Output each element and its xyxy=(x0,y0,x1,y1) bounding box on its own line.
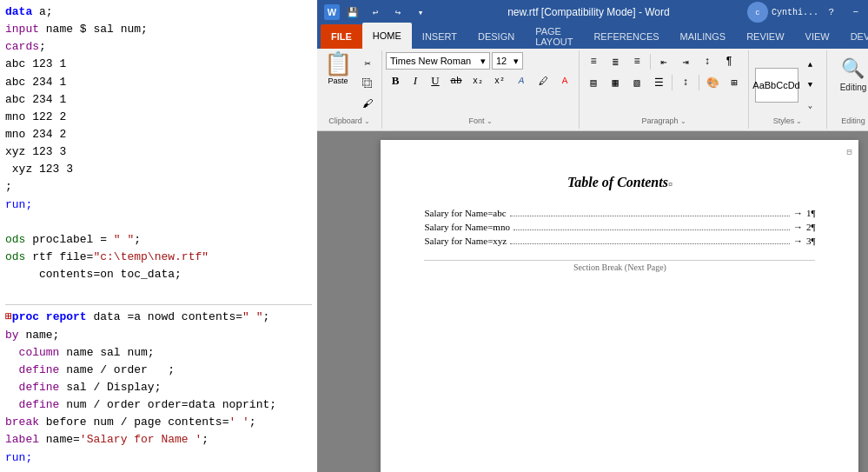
increase-indent-button[interactable]: ⇥ xyxy=(675,52,696,71)
code-line: ; xyxy=(5,178,312,196)
code-line: contents=on toc_data; xyxy=(5,266,312,283)
code-line: data a; xyxy=(5,3,312,21)
clipboard-label: Clipboard ⌄ xyxy=(328,115,370,127)
clipboard-expand-icon[interactable]: ⌄ xyxy=(364,117,370,125)
shading-button[interactable]: 🎨 xyxy=(702,73,723,92)
italic-button[interactable]: I xyxy=(406,72,425,90)
redo-quick-btn[interactable]: ↪ xyxy=(388,4,407,20)
toc-entry-2: Salary for Name=mno → 2¶ xyxy=(424,222,815,232)
styles-scroll-down[interactable]: ▼ xyxy=(800,76,821,95)
code-line: run; xyxy=(5,449,312,467)
numbering-button[interactable]: ≣ xyxy=(605,52,626,71)
word-page: ⊟ Table of Contents¤ Salary for Name=abc… xyxy=(381,140,858,472)
styles-label: Styles ⌄ xyxy=(773,115,803,127)
code-line: break before num / page contents=' '; xyxy=(5,414,312,431)
tab-view[interactable]: VIEW xyxy=(795,24,840,49)
styles-scroll-up[interactable]: ▲ xyxy=(800,56,821,75)
paragraph-group: ≡ ≣ ≡ ⇤ ⇥ ↕ ¶ ▤ ▦ ▧ ☰ xyxy=(580,50,749,129)
sas-code-editor[interactable]: data a; input name $ sal num; cards; abc… xyxy=(0,0,317,472)
tab-mailings[interactable]: MAILINGS xyxy=(670,24,737,49)
paste-label: Paste xyxy=(328,76,348,85)
user-avatar[interactable]: C xyxy=(747,2,768,23)
font-name-dropdown[interactable]: Times New Roman ▾ xyxy=(386,52,490,70)
subscript-button[interactable]: x₂ xyxy=(467,71,488,90)
code-line: mno 122 2 xyxy=(5,109,312,126)
align-right-button[interactable]: ▧ xyxy=(626,73,647,92)
superscript-button[interactable]: x² xyxy=(489,71,510,90)
font-color-button[interactable]: A xyxy=(554,71,575,90)
tab-developer[interactable]: DEVELOPER xyxy=(840,24,868,49)
font-expand-icon[interactable]: ⌄ xyxy=(487,117,493,125)
code-line: ⊞proc report data =a nowd contents=" "; xyxy=(5,309,312,326)
paragraph-content: ≡ ≣ ≡ ⇤ ⇥ ↕ ¶ ▤ ▦ ▧ ☰ xyxy=(583,52,745,115)
font-name-chevron: ▾ xyxy=(480,56,486,67)
toc-entry-3: Salary for Name=xyz → 3¶ xyxy=(424,236,815,246)
tab-design[interactable]: DESIGN xyxy=(467,24,525,49)
line-spacing-button[interactable]: ↕ xyxy=(675,73,696,92)
code-line: column name sal num; xyxy=(5,344,312,362)
minimize-btn[interactable]: − xyxy=(845,3,867,21)
borders-button[interactable]: ⊞ xyxy=(724,73,745,92)
word-document-area[interactable]: ⊟ Table of Contents¤ Salary for Name=abc… xyxy=(317,131,868,472)
toc-page-2: → xyxy=(793,222,803,232)
section-break-label: Section Break (Next Page) xyxy=(424,260,815,272)
code-line: label name='Salary for Name '; xyxy=(5,431,312,449)
code-line: input name $ sal num; xyxy=(5,21,312,38)
code-line: run; xyxy=(5,196,312,214)
paragraph-expand-icon[interactable]: ⌄ xyxy=(680,117,686,125)
underline-button[interactable]: U xyxy=(426,72,445,90)
paste-button[interactable]: 📋 Paste xyxy=(321,52,355,87)
code-line: define num / order order=data noprint; xyxy=(5,396,312,414)
code-line: ods rtf file="c:\temp\new.rtf" xyxy=(5,249,312,266)
tab-file[interactable]: FILE xyxy=(321,24,362,49)
cut-button[interactable]: ✂ xyxy=(357,54,378,73)
code-content[interactable]: data a; input name $ sal num; cards; abc… xyxy=(0,0,317,472)
undo-quick-btn[interactable]: ↩ xyxy=(366,4,385,20)
strikethrough-button[interactable]: ab xyxy=(446,71,467,90)
customize-quick-btn[interactable]: ▾ xyxy=(411,4,430,20)
style-preview[interactable]: AaBbCcDd xyxy=(755,68,798,103)
help-btn[interactable]: ? xyxy=(820,3,843,21)
code-line xyxy=(5,283,312,301)
editing-group: 🔍 Editing Editing xyxy=(827,50,868,129)
decrease-indent-button[interactable]: ⇤ xyxy=(653,52,674,71)
font-format-row: B I U ab x₂ x² A 🖊 A xyxy=(386,71,575,90)
paste-icon: 📋 xyxy=(324,54,352,76)
bold-button[interactable]: B xyxy=(386,72,405,90)
tab-review[interactable]: REVIEW xyxy=(736,24,794,49)
user-initials: C xyxy=(756,9,760,17)
tab-references[interactable]: REFERENCES xyxy=(583,24,669,49)
sort-button[interactable]: ↕ xyxy=(697,52,718,71)
bullets-button[interactable]: ≡ xyxy=(583,52,604,71)
multilevel-button[interactable]: ≡ xyxy=(626,52,647,71)
code-line: define name / order ; xyxy=(5,362,312,379)
show-formatting-button[interactable]: ¶ xyxy=(719,52,739,71)
word-application: W 💾 ↩ ↪ ▾ new.rtf [Compatibility Mode] -… xyxy=(317,0,868,472)
styles-expand[interactable]: ⌄ xyxy=(800,96,821,115)
code-line: by name; xyxy=(5,327,312,344)
font-size-dropdown[interactable]: 12 ▾ xyxy=(492,52,523,70)
word-app-icon: W xyxy=(324,4,340,20)
code-line: define sal / Display; xyxy=(5,379,312,396)
toc-title: Table of Contents¤ xyxy=(424,175,815,190)
styles-expand-icon[interactable]: ⌄ xyxy=(796,117,802,125)
tab-home[interactable]: HOME xyxy=(362,23,412,49)
copy-button[interactable]: ⿻ xyxy=(357,74,378,93)
text-effects-button[interactable]: A xyxy=(511,71,532,90)
align-center-button[interactable]: ▦ xyxy=(605,73,626,92)
align-left-button[interactable]: ▤ xyxy=(583,73,604,92)
code-line: xyz 123 3 xyxy=(5,143,312,161)
tab-page-layout[interactable]: PAGE LAYOUT xyxy=(525,24,583,49)
word-title-text: new.rtf [Compatibility Mode] - Word xyxy=(430,6,747,18)
font-content: Times New Roman ▾ 12 ▾ B I U ab x₂ xyxy=(386,52,575,115)
justify-button[interactable]: ☰ xyxy=(648,73,669,92)
save-quick-btn[interactable]: 💾 xyxy=(343,4,362,20)
font-group: Times New Roman ▾ 12 ▾ B I U ab x₂ xyxy=(382,50,580,129)
tab-insert[interactable]: INSERT xyxy=(412,24,467,49)
page-options-icon[interactable]: ⊟ xyxy=(846,147,851,157)
text-highlight-button[interactable]: 🖊 xyxy=(533,71,553,90)
format-painter-button[interactable]: 🖌 xyxy=(357,94,378,113)
code-line xyxy=(5,467,312,472)
code-line: abc 234 1 xyxy=(5,74,312,91)
toc-pagenum-1: 1¶ xyxy=(806,208,815,218)
